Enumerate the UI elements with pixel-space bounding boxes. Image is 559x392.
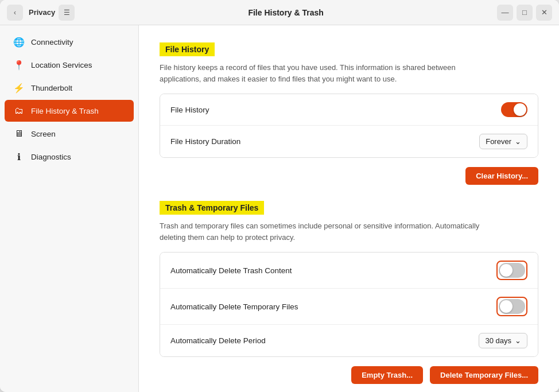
main-window: ‹ Privacy ☰ File History & Trash — □ ✕ 🌐… xyxy=(0,0,559,392)
back-button[interactable]: ‹ xyxy=(7,5,23,21)
trash-heading: Trash & Temporary Files xyxy=(160,201,264,215)
file-history-duration-dropdown[interactable]: Forever ⌄ xyxy=(479,134,527,149)
sidebar-label-connectivity: Connectivity xyxy=(31,38,73,46)
sidebar-item-diagnostics[interactable]: ℹ Diagnostics xyxy=(5,146,134,168)
file-history-section: File History File history keeps a record… xyxy=(160,42,538,185)
sidebar-label-screen: Screen xyxy=(31,130,56,138)
titlebar: ‹ Privacy ☰ File History & Trash — □ ✕ xyxy=(0,0,559,25)
clear-history-button[interactable]: Clear History... xyxy=(465,167,538,185)
toggle-thumb-trash xyxy=(500,264,513,277)
auto-delete-temp-label: Automatically Delete Temporary Files xyxy=(170,302,298,311)
info-icon: ℹ xyxy=(14,152,24,162)
period-dropdown-value: 30 days xyxy=(485,336,511,345)
sidebar-item-connectivity[interactable]: 🌐 Connectivity xyxy=(5,31,134,53)
auto-delete-temp-row: Automatically Delete Temporary Files xyxy=(160,289,538,325)
toggle-thumb xyxy=(514,103,526,116)
trash-section: Trash & Temporary Files Trash and tempor… xyxy=(160,201,538,384)
globe-icon: 🌐 xyxy=(14,37,24,47)
toggle-thumb-temp xyxy=(500,300,513,313)
folder-icon: 🗂 xyxy=(14,106,24,116)
auto-delete-trash-label: Automatically Delete Trash Content xyxy=(170,266,292,275)
auto-delete-period-row: Automatically Delete Period 30 days ⌄ xyxy=(160,325,538,356)
menu-button[interactable]: ☰ xyxy=(59,5,75,21)
sidebar-item-location-services[interactable]: 📍 Location Services xyxy=(5,54,134,76)
auto-delete-temp-toggle-wrapper xyxy=(496,297,527,316)
sidebar-item-file-history-trash[interactable]: 🗂 File History & Trash xyxy=(5,100,134,122)
file-history-card: File History File History Duration Forev… xyxy=(160,94,538,158)
file-history-duration-row: File History Duration Forever ⌄ xyxy=(160,126,538,157)
titlebar-title: File History & Trash xyxy=(75,8,497,17)
file-history-heading: File History xyxy=(160,42,215,56)
trash-card: Automatically Delete Trash Content Autom… xyxy=(160,252,538,357)
auto-delete-trash-toggle-wrapper xyxy=(496,261,527,280)
auto-delete-period-label: Automatically Delete Period xyxy=(170,336,266,345)
sidebar-item-thunderbolt[interactable]: ⚡ Thunderbolt xyxy=(5,77,134,99)
sidebar-label-thunderbolt: Thunderbolt xyxy=(31,84,72,92)
content-area: File History File history keeps a record… xyxy=(139,25,559,392)
file-history-toggle[interactable] xyxy=(501,102,527,117)
window-controls: ‹ Privacy ☰ xyxy=(7,5,75,21)
file-history-label: File History xyxy=(170,106,209,114)
sidebar: 🌐 Connectivity 📍 Location Services ⚡ Thu… xyxy=(0,25,139,392)
main-layout: 🌐 Connectivity 📍 Location Services ⚡ Thu… xyxy=(0,25,559,392)
file-history-description: File history keeps a record of files tha… xyxy=(160,62,498,84)
delete-temp-files-button[interactable]: Delete Temporary Files... xyxy=(430,366,538,384)
file-history-duration-label: File History Duration xyxy=(170,137,240,146)
sidebar-app-title: Privacy xyxy=(29,8,55,17)
auto-delete-period-dropdown[interactable]: 30 days ⌄ xyxy=(479,333,527,348)
chevron-down-icon: ⌄ xyxy=(515,137,521,146)
empty-trash-button[interactable]: Empty Trash... xyxy=(351,366,423,384)
auto-delete-trash-row: Automatically Delete Trash Content xyxy=(160,253,538,289)
clear-history-row: Clear History... xyxy=(160,167,538,185)
location-icon: 📍 xyxy=(14,60,24,70)
sidebar-item-screen[interactable]: 🖥 Screen xyxy=(5,123,134,145)
sidebar-label-file-history: File History & Trash xyxy=(31,107,99,115)
screen-icon: 🖥 xyxy=(14,129,24,139)
maximize-button[interactable]: □ xyxy=(517,5,533,21)
chevron-down-icon-period: ⌄ xyxy=(515,336,521,345)
window-actions: — □ ✕ xyxy=(497,5,552,21)
sidebar-label-diagnostics: Diagnostics xyxy=(31,153,71,161)
sidebar-label-location: Location Services xyxy=(31,61,92,69)
file-history-row: File History xyxy=(160,94,538,126)
bottom-buttons: Empty Trash... Delete Temporary Files... xyxy=(160,366,538,384)
minimize-button[interactable]: — xyxy=(497,5,513,21)
dropdown-value: Forever xyxy=(486,137,511,146)
auto-delete-trash-toggle[interactable] xyxy=(499,263,525,278)
auto-delete-temp-toggle[interactable] xyxy=(499,299,525,314)
bolt-icon: ⚡ xyxy=(14,83,24,93)
close-button[interactable]: ✕ xyxy=(536,5,552,21)
trash-description: Trash and temporary files can sometimes … xyxy=(160,220,498,243)
